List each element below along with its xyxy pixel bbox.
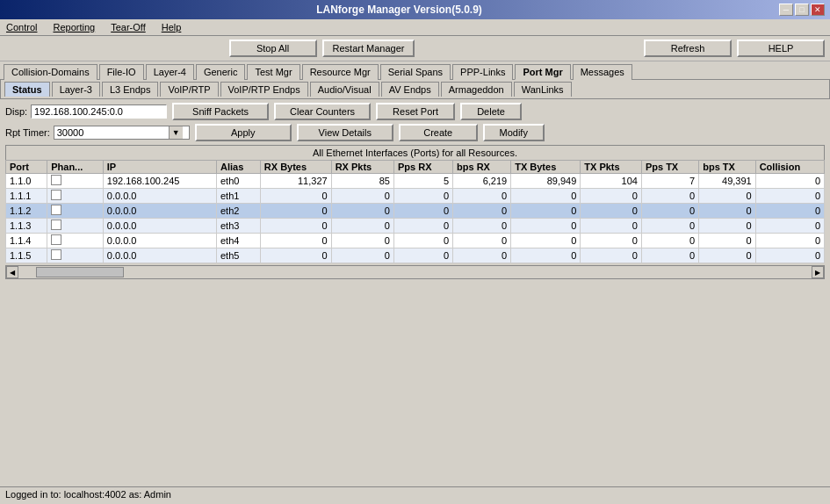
col-alias: Alias xyxy=(217,161,261,174)
col-rx-bytes: RX Bytes xyxy=(260,161,331,174)
sub-tab-l3endps[interactable]: L3 Endps xyxy=(102,82,158,97)
phantom-checkbox[interactable] xyxy=(51,205,61,215)
controls-panel: Disp: Sniff Packets Clear Counters Reset… xyxy=(0,99,830,124)
tab-layer4[interactable]: Layer-4 xyxy=(146,64,194,80)
col-tx-pkts: TX Pkts xyxy=(581,161,642,174)
tab-ppp-links[interactable]: PPP-Links xyxy=(452,64,513,80)
tab-serial-spans[interactable]: Serial Spans xyxy=(380,64,451,80)
main-toolbar: Stop All Restart Manager Refresh HELP xyxy=(0,36,830,61)
reset-port-button[interactable]: Reset Port xyxy=(376,103,455,120)
window-title: LANforge Manager Version(5.0.9) xyxy=(19,4,779,16)
col-phantom: Phan... xyxy=(47,161,104,174)
controls-row2: Rpt Timer: ▼ Apply View Details Create M… xyxy=(0,124,830,145)
col-port: Port xyxy=(6,161,47,174)
tab-generic[interactable]: Generic xyxy=(196,64,246,80)
create-button[interactable]: Create xyxy=(399,124,478,141)
maximize-button[interactable]: □ xyxy=(795,4,809,16)
scrollbar-track xyxy=(18,267,812,277)
menu-reporting[interactable]: Reporting xyxy=(50,21,97,33)
sub-tab-wanlinks[interactable]: WanLinks xyxy=(514,82,572,97)
sub-tab-armageddon[interactable]: Armageddon xyxy=(441,82,512,97)
stop-all-button[interactable]: Stop All xyxy=(229,40,317,57)
rpt-timer-row: Rpt Timer: ▼ xyxy=(5,126,190,140)
col-rx-pkts: RX Pkts xyxy=(331,161,393,174)
refresh-button[interactable]: Refresh xyxy=(644,40,732,57)
scroll-right-button[interactable]: ▶ xyxy=(812,266,824,278)
table-row[interactable]: 1.1.20.0.0.0eth2000000000 xyxy=(6,204,825,219)
disp-label: Disp: xyxy=(5,106,27,117)
rpt-timer-input[interactable] xyxy=(54,126,169,139)
col-ip: IP xyxy=(103,161,216,174)
sub-tab-audio-visual[interactable]: Audio/Visual xyxy=(310,82,379,97)
disp-row: Disp: xyxy=(5,104,167,119)
main-tabs: Collision-Domains File-IO Layer-4 Generi… xyxy=(0,61,830,79)
scrollbar-thumb[interactable] xyxy=(36,267,124,277)
phantom-checkbox[interactable] xyxy=(51,190,61,200)
table-title: All Ethernet Interfaces (Ports) for all … xyxy=(5,145,825,160)
tab-messages[interactable]: Messages xyxy=(573,64,632,80)
restart-manager-button[interactable]: Restart Manager xyxy=(322,40,415,57)
menu-tearoff[interactable]: Tear-Off xyxy=(108,21,148,33)
close-button[interactable]: ✕ xyxy=(811,4,825,16)
menu-bar: Control Reporting Tear-Off Help xyxy=(0,19,830,36)
ports-table: Port Phan... IP Alias RX Bytes RX Pkts P… xyxy=(5,160,825,263)
menu-help[interactable]: Help xyxy=(159,21,184,33)
table-row[interactable]: 1.1.0192.168.100.245eth011,3278556,21989… xyxy=(6,174,825,189)
table-container[interactable]: Port Phan... IP Alias RX Bytes RX Pkts P… xyxy=(5,160,825,263)
tab-resource-mgr[interactable]: Resource Mgr xyxy=(302,64,379,80)
col-bps-rx: bps RX xyxy=(453,161,511,174)
col-bps-tx: bps TX xyxy=(699,161,755,174)
sub-tab-av-endps[interactable]: AV Endps xyxy=(381,82,439,97)
delete-button[interactable]: Delete xyxy=(460,103,522,120)
menu-control[interactable]: Control xyxy=(4,21,40,33)
modify-button[interactable]: Modify xyxy=(483,124,545,141)
col-pps-tx: Pps TX xyxy=(641,161,698,174)
rpt-timer-container: ▼ xyxy=(54,126,190,140)
view-details-button[interactable]: View Details xyxy=(297,124,393,141)
tab-file-io[interactable]: File-IO xyxy=(99,64,144,80)
tab-test-mgr[interactable]: Test Mgr xyxy=(247,64,300,80)
col-tx-bytes: TX Bytes xyxy=(511,161,581,174)
phantom-checkbox[interactable] xyxy=(51,249,61,260)
status-text: Logged in to: localhost:4002 as: Admin xyxy=(5,489,171,500)
sub-tabs: Status Layer-3 L3 Endps VoIP/RTP VoIP/RT… xyxy=(0,79,830,99)
col-collision: Collision xyxy=(755,161,824,174)
rpt-timer-label: Rpt Timer: xyxy=(5,127,50,138)
window-controls: ─ □ ✕ xyxy=(779,4,825,16)
title-bar: LANforge Manager Version(5.0.9) ─ □ ✕ xyxy=(0,0,830,19)
sniff-packets-button[interactable]: Sniff Packets xyxy=(172,103,269,120)
clear-counters-button[interactable]: Clear Counters xyxy=(274,103,371,120)
table-row[interactable]: 1.1.30.0.0.0eth3000000000 xyxy=(6,219,825,234)
tab-port-mgr[interactable]: Port Mgr xyxy=(515,64,570,80)
rpt-timer-dropdown[interactable]: ▼ xyxy=(169,126,183,139)
phantom-checkbox[interactable] xyxy=(51,175,61,185)
sub-tab-status[interactable]: Status xyxy=(4,82,50,97)
disp-input[interactable] xyxy=(31,104,167,119)
table-row[interactable]: 1.1.40.0.0.0eth4000000000 xyxy=(6,234,825,248)
apply-button[interactable]: Apply xyxy=(195,124,292,141)
table-row[interactable]: 1.1.50.0.0.0eth5000000000 xyxy=(6,248,825,263)
horizontal-scrollbar[interactable]: ◀ ▶ xyxy=(5,265,825,279)
minimize-button[interactable]: ─ xyxy=(779,4,793,16)
status-bar: Logged in to: localhost:4002 as: Admin xyxy=(0,486,830,504)
sub-tab-voiprtp[interactable]: VoIP/RTP xyxy=(160,82,218,97)
phantom-checkbox[interactable] xyxy=(51,220,61,230)
table-row[interactable]: 1.1.10.0.0.0eth1000000000 xyxy=(6,189,825,204)
col-pps-rx: Pps RX xyxy=(393,161,452,174)
sub-tab-layer3[interactable]: Layer-3 xyxy=(52,82,100,97)
phantom-checkbox[interactable] xyxy=(51,234,61,245)
sub-tab-voiprtp-endps[interactable]: VoIP/RTP Endps xyxy=(220,82,308,97)
help-button[interactable]: HELP xyxy=(737,40,825,57)
scroll-left-button[interactable]: ◀ xyxy=(6,266,18,278)
tab-collision-domains[interactable]: Collision-Domains xyxy=(4,64,97,80)
